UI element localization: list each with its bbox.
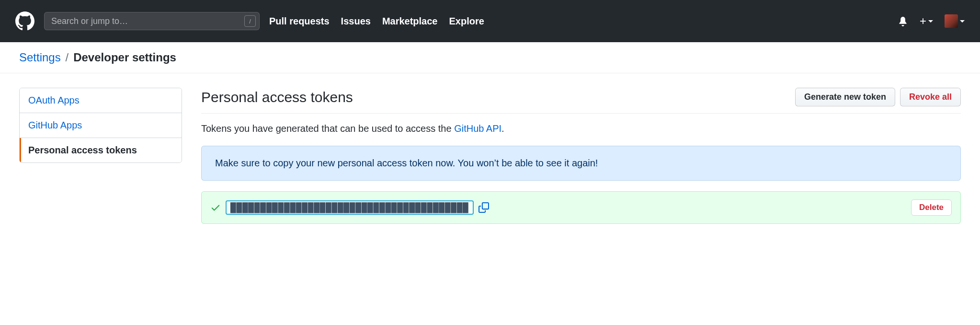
side-menu: OAuth Apps GitHub Apps Personal access t… bbox=[19, 88, 182, 163]
search-input[interactable] bbox=[44, 12, 260, 30]
breadcrumb-separator: / bbox=[66, 51, 69, 64]
header-right: + bbox=[898, 14, 965, 28]
main-content: Personal access tokens Generate new toke… bbox=[201, 88, 961, 224]
sidebar-item-personal-access-tokens[interactable]: Personal access tokens bbox=[20, 138, 182, 162]
revoke-all-button[interactable]: Revoke all bbox=[900, 88, 961, 106]
user-menu[interactable] bbox=[945, 14, 965, 28]
caret-down-icon bbox=[960, 20, 965, 25]
nav-issues[interactable]: Issues bbox=[341, 16, 371, 27]
create-menu[interactable]: + bbox=[920, 14, 933, 28]
intro-text: Tokens you have generated that can be us… bbox=[201, 123, 961, 134]
nav-marketplace[interactable]: Marketplace bbox=[382, 16, 438, 27]
intro-text-prefix: Tokens you have generated that can be us… bbox=[201, 123, 454, 134]
avatar bbox=[945, 14, 958, 28]
page-title: Personal access tokens bbox=[201, 89, 795, 105]
slash-key-hint: / bbox=[244, 15, 256, 27]
top-header: / Pull requests Issues Marketplace Explo… bbox=[0, 0, 980, 42]
nav-pull-requests[interactable]: Pull requests bbox=[269, 16, 330, 27]
intro-text-suffix: . bbox=[501, 123, 504, 134]
check-icon bbox=[210, 202, 221, 213]
breadcrumb-current: Developer settings bbox=[73, 51, 176, 64]
token-row: ████████████████████████████████████████… bbox=[201, 191, 961, 224]
token-value[interactable]: ████████████████████████████████████████ bbox=[226, 200, 474, 215]
breadcrumb-parent[interactable]: Settings bbox=[19, 51, 61, 64]
sidebar-item-oauth-apps[interactable]: OAuth Apps bbox=[20, 88, 182, 113]
page-head: Personal access tokens Generate new toke… bbox=[201, 88, 961, 114]
nav-explore[interactable]: Explore bbox=[449, 16, 484, 27]
primary-nav: Pull requests Issues Marketplace Explore bbox=[269, 16, 484, 27]
sidebar: OAuth Apps GitHub Apps Personal access t… bbox=[19, 88, 182, 224]
generate-new-token-button[interactable]: Generate new token bbox=[795, 88, 895, 106]
delete-token-button[interactable]: Delete bbox=[911, 199, 952, 216]
caret-down-icon bbox=[928, 20, 933, 25]
page-body: OAuth Apps GitHub Apps Personal access t… bbox=[0, 73, 980, 238]
search-box: / bbox=[44, 12, 260, 30]
breadcrumb: Settings / Developer settings bbox=[0, 42, 980, 73]
notifications-icon[interactable] bbox=[898, 16, 908, 26]
plus-icon: + bbox=[920, 14, 926, 28]
copy-token-warning: Make sure to copy your new personal acce… bbox=[201, 146, 961, 181]
github-api-link[interactable]: GitHub API bbox=[454, 123, 501, 134]
sidebar-item-github-apps[interactable]: GitHub Apps bbox=[20, 113, 182, 138]
copy-icon[interactable] bbox=[479, 202, 489, 213]
github-logo[interactable] bbox=[15, 12, 34, 31]
